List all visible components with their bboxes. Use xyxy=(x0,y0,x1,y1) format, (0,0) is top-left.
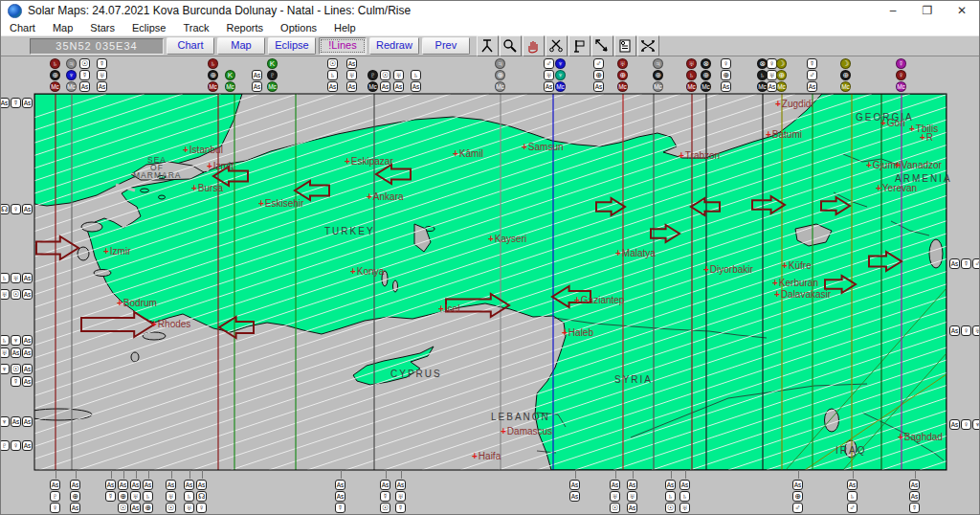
map-area: +Istanbul+Izmit+Bursa+Eskisehir+Izmir+Bo… xyxy=(1,1,980,515)
map-canvas[interactable] xyxy=(1,1,980,515)
solar-maps-window: { "window": { "title": "Solar Maps: 24.0… xyxy=(0,0,980,515)
